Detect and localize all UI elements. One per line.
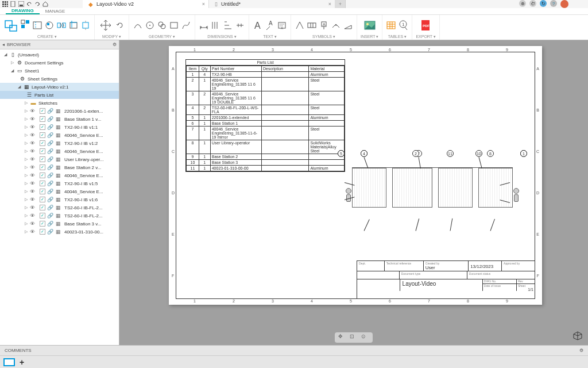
save-icon[interactable] <box>18 1 24 7</box>
taper-button[interactable] <box>343 19 353 32</box>
datum-button[interactable]: A <box>319 19 329 32</box>
tree-component-item[interactable]: ▷👁✓🔗▦TX2-90-I IB v1:5 <box>0 179 119 187</box>
help-icon[interactable]: ? <box>550 0 557 7</box>
tree-parts-list[interactable]: ☰Parts List <box>0 91 119 99</box>
checkbox[interactable]: ✓ <box>40 197 45 202</box>
apps-icon[interactable] <box>2 1 8 7</box>
visibility-icon[interactable]: 👁 <box>30 156 38 162</box>
close-icon[interactable]: × <box>202 1 205 7</box>
tree-view[interactable]: ◢▦Layout-Video v2:1 <box>0 83 119 91</box>
view-cube-icon[interactable] <box>573 331 582 340</box>
break-view-button[interactable] <box>56 19 67 32</box>
undo-icon[interactable] <box>26 1 32 7</box>
checkbox[interactable]: ✓ <box>40 189 45 194</box>
rotate-button[interactable] <box>115 19 125 32</box>
visibility-icon[interactable]: 👁 <box>30 124 38 130</box>
visibility-icon[interactable]: 👁 <box>30 197 38 202</box>
tree-component-item[interactable]: ▷👁✓🔗▦Base Station 2 v... <box>0 163 119 171</box>
baseline-button[interactable] <box>223 19 233 32</box>
tree-component-item[interactable]: ▷👁✓🔗▦TX2-90-I IB v1:2 <box>0 139 119 147</box>
home-icon[interactable] <box>42 1 48 7</box>
leader-button[interactable]: A <box>265 19 275 32</box>
tree-root[interactable]: ◢▯(Unsaved) <box>0 51 119 59</box>
weld-button[interactable] <box>331 19 341 32</box>
parts-list-table[interactable]: Parts List ItemQtyPart NumberDescription… <box>185 59 345 172</box>
crop-view-button[interactable] <box>68 19 79 32</box>
title-block[interactable]: Dept. Technical reference Created byUser… <box>357 260 535 298</box>
job-status-icon[interactable]: ↻ <box>540 0 547 7</box>
parts-row[interactable]: 3240046_Service Engineering_31385 11 6 1… <box>187 91 345 105</box>
ordinate-button[interactable] <box>211 19 221 32</box>
detail-view-button[interactable] <box>44 19 55 32</box>
visibility-icon[interactable]: 👁 <box>30 205 38 210</box>
fit-icon[interactable]: ⊙ <box>361 334 369 342</box>
parts-row[interactable]: 91Base Station 2 <box>187 154 345 160</box>
checkbox[interactable]: ✓ <box>40 132 45 138</box>
move-button[interactable] <box>98 18 113 33</box>
arc-button[interactable] <box>157 19 167 32</box>
chain-button[interactable] <box>235 19 245 32</box>
parts-row[interactable]: 2140046_Service Engineering_31385 11 6 1… <box>187 78 345 91</box>
balloon-8[interactable]: 8 <box>487 150 494 157</box>
tab-untitled[interactable]: ▯ Untitled* × <box>209 0 335 8</box>
checkbox[interactable]: ✓ <box>40 205 45 210</box>
dimension-button[interactable] <box>199 19 209 32</box>
balloon-4[interactable]: 4 <box>361 150 368 157</box>
collapse-icon[interactable]: ◂ <box>2 42 5 47</box>
tree-component-item[interactable]: ▷👁✓🔗▦Base Station 3 v... <box>0 220 119 228</box>
parts-row[interactable]: 42TS2-60-HB-FL-200-L-WS-FLASteel <box>187 105 345 115</box>
notifications-icon[interactable]: ⏱ <box>529 0 536 7</box>
spline-button[interactable] <box>181 19 191 32</box>
tree-component-item[interactable]: ▷👁✓🔗▦2201006-1-exten... <box>0 107 119 115</box>
tree-component-item[interactable]: ▷👁✓🔗▦40046_Service E... <box>0 171 119 179</box>
zoom-icon[interactable]: ⊡ <box>350 334 358 342</box>
visibility-icon[interactable]: 👁 <box>30 229 38 235</box>
sheet-thumbnail[interactable] <box>3 358 15 366</box>
parts-row[interactable]: 512201006-1-extendedAluminum <box>187 115 345 121</box>
line-button[interactable] <box>133 19 143 32</box>
base-view-button[interactable] <box>3 18 18 33</box>
ribbon-tab-manage[interactable]: MANAGE <box>40 8 71 14</box>
visibility-icon[interactable]: 👁 <box>30 140 38 146</box>
visibility-icon[interactable]: 👁 <box>30 213 38 218</box>
move-view-button[interactable] <box>80 19 91 32</box>
balloon-1[interactable]: 1 <box>520 150 527 157</box>
checkbox[interactable]: ✓ <box>40 229 45 235</box>
rect-button[interactable] <box>169 19 179 32</box>
checkbox[interactable]: ✓ <box>40 164 45 170</box>
note-button[interactable]: A <box>277 19 287 32</box>
visibility-icon[interactable]: 👁 <box>30 164 38 170</box>
checkbox[interactable]: ✓ <box>40 172 45 178</box>
projected-view-button[interactable] <box>20 19 30 32</box>
checkbox[interactable]: ✓ <box>40 213 45 218</box>
checkbox[interactable]: ✓ <box>40 116 45 122</box>
user-avatar[interactable] <box>560 0 568 8</box>
balloon-2[interactable]: 2 <box>412 150 419 157</box>
visibility-icon[interactable]: 👁 <box>30 116 38 122</box>
visibility-icon[interactable]: 👁 <box>30 132 38 138</box>
pan-icon[interactable]: ✥ <box>338 334 346 342</box>
redo-icon[interactable] <box>34 1 40 7</box>
drawing-canvas[interactable]: 112233445566778899 AABBCCDDEEFF Parts Li… <box>119 40 588 345</box>
parts-row[interactable]: 101Base Station 3 <box>187 160 345 166</box>
checkbox[interactable]: ✓ <box>40 108 45 114</box>
visibility-icon[interactable]: 👁 <box>30 148 38 154</box>
checkbox[interactable]: ✓ <box>40 156 45 162</box>
parts-row[interactable]: 81User Library-operatorSolidWorks Materi… <box>187 140 345 154</box>
tree-doc-settings[interactable]: ▷⚙Document Settings <box>0 59 119 67</box>
surface-button[interactable] <box>295 19 305 32</box>
parts-row[interactable]: 7140046_Service Engineering_31385-11-6-1… <box>187 126 345 140</box>
balloon-10[interactable]: 10 <box>475 150 482 157</box>
section-view-button[interactable] <box>32 19 42 32</box>
table-button[interactable] <box>386 19 396 32</box>
insert-image-button[interactable] <box>362 18 377 33</box>
balloon-5[interactable]: 5 <box>338 150 345 157</box>
circle-button[interactable] <box>145 19 155 32</box>
tree-component-item[interactable]: ▷👁✓🔗▦TS2-60-I IB-FL-2... <box>0 204 119 212</box>
tree-component-item[interactable]: ▷👁✓🔗▦40046_Service E... <box>0 147 119 155</box>
tab-layout-video[interactable]: ◆ Layout-Video v2 × <box>83 0 209 8</box>
visibility-icon[interactable]: 👁 <box>30 181 38 186</box>
tree-component-item[interactable]: ▷👁✓🔗▦40046_Service E... <box>0 187 119 195</box>
gear-icon[interactable]: ⚙ <box>113 42 117 47</box>
file-icon[interactable] <box>10 1 16 7</box>
